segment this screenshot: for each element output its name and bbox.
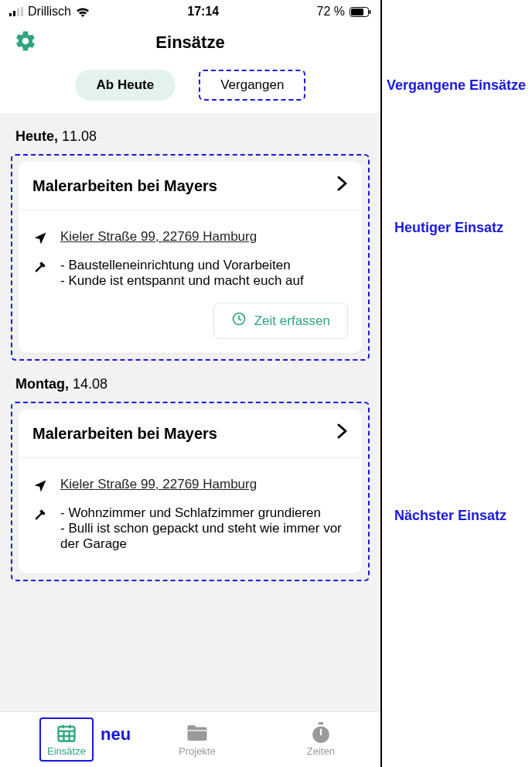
chevron-right-icon xyxy=(337,176,348,196)
tab-label: Einsätze xyxy=(47,745,86,757)
gear-icon[interactable] xyxy=(14,29,37,56)
carrier-label: Drillisch xyxy=(28,5,71,19)
tab-vergangen[interactable]: Vergangen xyxy=(199,70,305,101)
folder-icon xyxy=(186,722,209,744)
tab-einsaetze[interactable]: Einsätze xyxy=(39,717,94,762)
svg-rect-2 xyxy=(17,9,19,16)
assignment-address-link[interactable]: Kieler Straße 99, 22769 Hamburg xyxy=(60,229,257,245)
day-header-next: Montag, 14.08 xyxy=(0,361,380,402)
svg-rect-6 xyxy=(369,10,370,14)
assignments-scroll[interactable]: Heute, 11.08 Malerarbeiten bei Mayers Ki… xyxy=(0,113,380,711)
track-time-label: Zeit erfassen xyxy=(254,313,330,329)
calendar-icon xyxy=(56,722,77,744)
tab-ab-heute[interactable]: Ab Heute xyxy=(75,70,176,101)
tab-projekte[interactable]: Projekte xyxy=(172,719,222,760)
page-title: Einsätze xyxy=(0,33,380,53)
svg-rect-3 xyxy=(21,7,23,16)
track-time-button[interactable]: Zeit erfassen xyxy=(213,303,348,339)
svg-rect-15 xyxy=(319,722,323,724)
svg-rect-17 xyxy=(320,729,322,736)
day-header-today: Heute, 11.08 xyxy=(0,113,380,154)
bottom-tabbar: Einsätze Projekte Zeiten xyxy=(0,711,380,767)
location-arrow-icon xyxy=(32,231,49,250)
svg-rect-1 xyxy=(13,11,15,16)
annotation-next: Nächster Einsatz xyxy=(394,508,506,524)
annotation-past: Vergangene Einsätze xyxy=(387,77,526,94)
assignment-address-link[interactable]: Kieler Straße 99, 22769 Hamburg xyxy=(60,477,257,492)
clock-icon xyxy=(231,311,247,330)
assignment-title: Malerarbeiten bei Mayers xyxy=(32,425,217,443)
assignment-notes: Wohnzimmer und Schlafzimmer grundieren B… xyxy=(60,505,348,552)
assignment-card[interactable]: Malerarbeiten bei Mayers Kieler Straße 9… xyxy=(19,409,362,574)
svg-rect-8 xyxy=(58,727,74,741)
status-bar: Drillisch 17:14 72 % xyxy=(0,0,380,23)
clock-label: 17:14 xyxy=(187,5,219,19)
tab-label: Projekte xyxy=(179,745,216,757)
location-arrow-icon xyxy=(32,478,49,498)
stopwatch-icon xyxy=(311,722,331,744)
svg-rect-0 xyxy=(9,13,12,16)
segmented-control: Ab Heute Vergangen xyxy=(0,62,380,113)
battery-percent-label: 72 % xyxy=(317,5,345,19)
annotation-neu: neu xyxy=(101,724,131,745)
assignment-card[interactable]: Malerarbeiten bei Mayers Kieler Straße 9… xyxy=(19,162,362,353)
cellular-signal-icon xyxy=(9,7,23,16)
tab-label: Zeiten xyxy=(307,745,335,757)
battery-icon xyxy=(350,7,371,17)
chevron-right-icon xyxy=(337,423,348,443)
tab-zeiten[interactable]: Zeiten xyxy=(301,719,341,760)
assignment-title: Malerarbeiten bei Mayers xyxy=(32,177,217,195)
hammer-icon xyxy=(32,259,49,279)
assignment-notes: Baustelleneinrichtung und Vorarbeiten Ku… xyxy=(60,258,304,289)
hammer-icon xyxy=(32,507,49,526)
wifi-icon xyxy=(76,7,90,17)
annotation-today: Heutiger Einsatz xyxy=(394,220,503,236)
svg-rect-5 xyxy=(351,9,363,15)
assignment-card-next-highlight: Malerarbeiten bei Mayers Kieler Straße 9… xyxy=(11,402,370,581)
assignment-card-today-highlight: Malerarbeiten bei Mayers Kieler Straße 9… xyxy=(11,154,370,361)
app-header: Einsätze xyxy=(0,23,380,62)
